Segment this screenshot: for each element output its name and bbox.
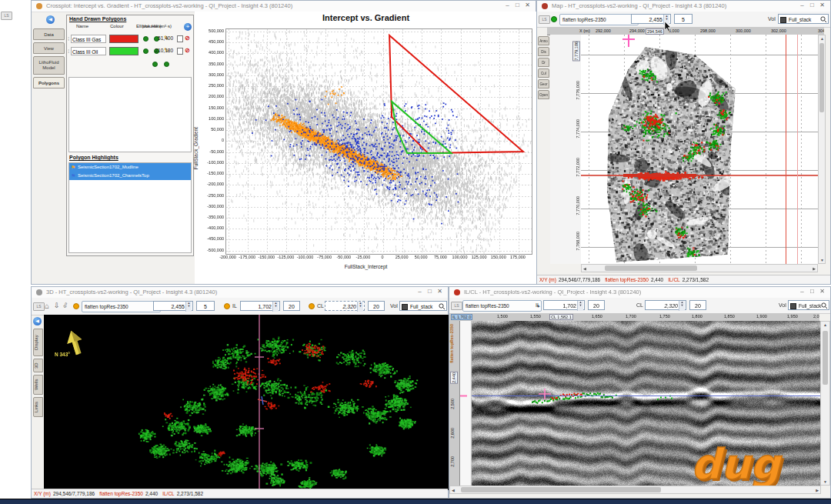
il-step-field[interactable]: 20 [588, 300, 605, 310]
minimize-button[interactable]: – [797, 288, 807, 295]
search-icon[interactable] [439, 303, 446, 311]
threed-titlebar[interactable]: 3D - HT_crossplots-vs2-working - QI_Proj… [32, 287, 448, 299]
delete-icon[interactable]: ⊘ [185, 47, 190, 54]
search-icon[interactable] [820, 16, 827, 24]
threed-side-tab-display[interactable]: Display [33, 329, 43, 356]
cl-step-field[interactable]: 20 [689, 300, 706, 310]
cl-tick: 1,650 [592, 314, 602, 319]
search-icon[interactable] [821, 302, 828, 310]
close-button[interactable]: ✕ [435, 288, 445, 295]
threed-side-tab-wells[interactable]: Wells [33, 375, 43, 395]
maximize-button[interactable]: □ [807, 288, 817, 295]
horizon-select[interactable]: flatten topRes-2350▾ [559, 14, 639, 25]
map-hscrollbar[interactable]: ◀ ▶ [581, 264, 818, 272]
polygons-empty-list[interactable] [68, 77, 192, 152]
col-name: Name [76, 24, 88, 28]
col-colour: Colour [110, 24, 124, 28]
snap-tilt-icon[interactable]: ⇩ [62, 301, 70, 310]
volume-select[interactable]: Full_stack [399, 301, 447, 311]
highlight-item[interactable]: ⚑SeismicSection1702_ChannelsTop [69, 172, 191, 180]
polygon-colour-swatch[interactable] [109, 35, 138, 43]
home-view-icon[interactable]: ⌂ [45, 302, 49, 310]
il-spinner[interactable]: 1,702▲▼ [240, 301, 280, 311]
y-tick-label: 200,000 [199, 94, 224, 98]
copy-icon[interactable] [177, 48, 183, 55]
ilcl-titlebar[interactable]: IL/CL - HT_crossplots-vs2-working - QI_P… [449, 287, 830, 299]
highlight-item[interactable]: ⚑SeismicSection1702_Mudline [69, 163, 191, 172]
horizon-select[interactable]: flatten topRes-2350▾ [462, 300, 542, 312]
cl-spinner[interactable]: 2,320▲▼ [645, 300, 686, 310]
session-icon[interactable]: LS [33, 302, 45, 311]
x-tick-label: 0 [372, 255, 393, 259]
close-button[interactable]: ✕ [817, 288, 827, 295]
snap-down-icon[interactable]: ⇩ [54, 302, 60, 309]
x-tick-label: -25,000 [352, 255, 374, 259]
map-side-tab-open[interactable]: Open [538, 90, 549, 99]
volume-select[interactable]: Full_stack [778, 14, 829, 24]
close-button[interactable]: ✕ [522, 2, 532, 8]
drag-handle-icon[interactable]: ⁞ [68, 35, 69, 42]
add-polygon-button[interactable]: + [184, 23, 192, 31]
collapse-sidebar-icon[interactable]: ◀ [33, 317, 42, 325]
map-side-tab-dr[interactable]: Dr [538, 58, 549, 67]
horizon-step-field[interactable]: 5 [674, 14, 692, 24]
close-button[interactable]: ✕ [817, 2, 827, 8]
horizon-select[interactable]: flatten topRes-2350▾ [82, 301, 161, 312]
ilcl-canvas[interactable] [460, 321, 821, 486]
map-x-tick: 304 [818, 28, 824, 33]
sidebar-tab-data[interactable]: Data [33, 28, 65, 40]
session-icon[interactable]: LS [539, 15, 550, 24]
y-tick-label: -500,000 [199, 248, 224, 252]
sidebar-tab-polygons[interactable]: Polygons [33, 77, 65, 88]
map-side-tab-anno[interactable]: Anno [538, 36, 549, 45]
ellipse-toggle-dot[interactable] [152, 62, 158, 67]
threed-canvas[interactable] [44, 315, 449, 490]
map-titlebar[interactable]: Map - HT_crossplots-vs2-working - QI_Pro… [537, 1, 830, 12]
cl-spinner[interactable]: 2,320▲▼ [325, 301, 365, 311]
session-icon[interactable]: LS [1, 12, 12, 20]
horizon-step-field[interactable]: 5 [196, 301, 215, 311]
copy-icon[interactable] [177, 35, 183, 42]
map-side-tab-cul[interactable]: Cul [538, 68, 549, 78]
il-step-field[interactable]: 20 [283, 301, 300, 311]
map-side-tab-geor[interactable]: Geor [538, 79, 549, 88]
threed-side-tab-3d[interactable]: 3D [33, 359, 43, 372]
sidebar-tab-lithofluid-model[interactable]: LithoFluid Model [33, 56, 65, 75]
horizon-value-spinner[interactable]: 2,455▲▼ [153, 301, 193, 311]
polygon-colour-swatch[interactable] [109, 47, 138, 55]
threed-side-tab-links[interactable]: Links [33, 397, 43, 417]
x-tick-label: 25,000 [391, 255, 412, 259]
maximize-button[interactable]: □ [512, 2, 522, 8]
cl-step-field[interactable]: 20 [368, 301, 385, 311]
north-arrow-label: N 343° [55, 352, 70, 357]
polygon-name-field[interactable]: Class III Gas [71, 35, 106, 43]
minimize-button[interactable]: – [415, 288, 425, 295]
maximize-button[interactable]: □ [425, 288, 435, 295]
hand-drawn-polygon[interactable] [389, 35, 523, 153]
crossplot-sidebar-tabs: DataViewLithoFluid ModelPolygons [33, 28, 66, 91]
map-side-tab-dis[interactable]: Dis [538, 47, 549, 56]
hilite-toggle-dot[interactable] [164, 62, 169, 67]
session-icon[interactable]: LS [451, 302, 462, 310]
collapse-sidebar-icon[interactable]: ◀ [46, 15, 55, 24]
flag-icon: ⚑ [71, 172, 75, 180]
polygon-name-field[interactable]: Class III Oil [71, 47, 106, 55]
y-tick-label: 50,000 [199, 127, 224, 132]
crossplot-titlebar[interactable]: Crossplot: Intercept vs. Gradient - HT_c… [32, 1, 536, 12]
map-canvas[interactable] [581, 35, 818, 264]
minimize-button[interactable]: – [502, 2, 512, 8]
il-spinner[interactable]: 1,702▲▼ [543, 300, 585, 310]
map-x-tick: 302,000 [771, 28, 786, 33]
ilcl-hscrollbar[interactable]: ◀ ▶ [449, 486, 821, 494]
delete-icon[interactable]: ⊘ [185, 35, 190, 42]
hand-drawn-polygon[interactable] [392, 102, 451, 153]
volume-select[interactable]: Full_stack [788, 300, 829, 310]
highlight-label: SeismicSection1702_ChannelsTop [78, 172, 149, 180]
sidebar-tab-view[interactable]: View [33, 42, 65, 54]
map-vscrollbar[interactable]: ▲ ▼ [818, 35, 826, 264]
map-y-tick: 7,768,000 [576, 232, 580, 250]
ilcl-vscrollbar[interactable]: ▲ ▼ [820, 321, 830, 486]
drag-handle-icon[interactable]: ⁞ [68, 48, 69, 55]
minimize-button[interactable]: – [797, 2, 807, 8]
maximize-button[interactable]: □ [807, 2, 817, 8]
